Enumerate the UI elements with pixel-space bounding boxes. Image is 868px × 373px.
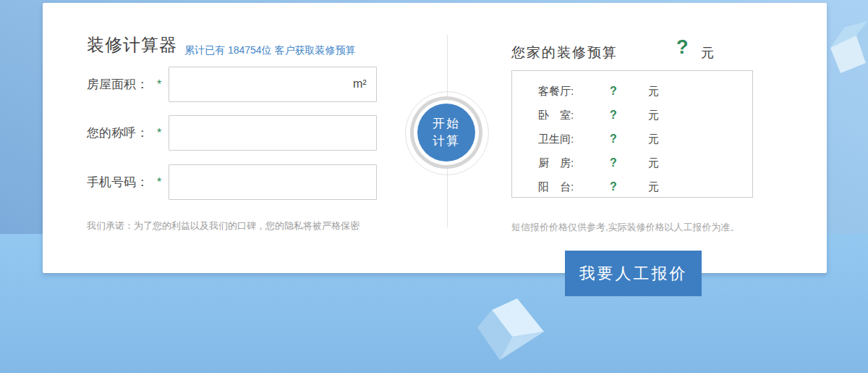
page-title: 装修计算器	[87, 33, 177, 56]
budget-table: 客餐厅: ? 元 卧 室: ? 元 卫生间: ? 元 厨 房: ? 元 阳 台:	[511, 70, 753, 198]
phone-input[interactable]	[169, 164, 377, 200]
budget-total-question-mark: ?	[676, 36, 689, 59]
privacy-note: 我们承诺：为了您的利益以及我们的口碑，您的隐私将被严格保密	[87, 219, 359, 232]
name-field-label: 您的称呼：	[87, 115, 148, 151]
budget-row-bathroom: 卫生间: ? 元	[512, 128, 752, 152]
budget-row-bedroom: 卧 室: ? 元	[512, 104, 752, 128]
start-calculation-button[interactable]: 开始 计算	[417, 104, 475, 162]
required-asterisk: *	[157, 67, 161, 102]
phone-field-row: 手机号码： *	[87, 164, 391, 200]
area-unit-label: m²	[353, 67, 367, 101]
quote-disclaimer-note: 短信报价价格仅供参考,实际装修价格以人工报价为准。	[511, 221, 740, 234]
budget-row-question-mark: ?	[606, 80, 621, 102]
budget-title: 您家的装修预算	[511, 43, 618, 62]
name-field-row: 您的称呼： *	[87, 115, 391, 151]
budget-row-question-mark: ?	[606, 176, 621, 198]
start-button-line1: 开始	[433, 115, 460, 133]
manual-quote-button[interactable]: 我要人工报价	[565, 251, 702, 296]
budget-total-unit: 元	[701, 44, 714, 62]
budget-row-label: 卫生间:	[538, 128, 574, 150]
budget-row-unit: 元	[648, 128, 659, 150]
required-asterisk: *	[157, 115, 161, 151]
calculator-card: 装修计算器 累计已有 184754位 客户获取装修预算 房屋面积： * m² 您…	[43, 3, 827, 273]
budget-row-kitchen: 厨 房: ? 元	[512, 152, 752, 176]
budget-row-unit: 元	[648, 152, 659, 174]
customer-count-text: 累计已有 184754位 客户获取装修预算	[184, 44, 356, 57]
budget-row-question-mark: ?	[606, 104, 621, 126]
budget-row-label: 卧 室:	[538, 104, 574, 126]
budget-row-unit: 元	[648, 176, 659, 198]
budget-row-label: 厨 房:	[538, 152, 574, 174]
budget-row-unit: 元	[648, 80, 659, 102]
area-field-label: 房屋面积：	[87, 67, 148, 102]
required-asterisk: *	[157, 164, 161, 200]
area-input[interactable]	[169, 67, 377, 102]
budget-row-label: 客餐厅:	[538, 80, 574, 102]
budget-row-question-mark: ?	[606, 128, 621, 150]
page-background: 装修计算器 累计已有 184754位 客户获取装修预算 房屋面积： * m² 您…	[0, 0, 868, 373]
budget-row-label: 阳 台:	[538, 176, 574, 198]
area-field-row: 房屋面积： * m²	[87, 67, 391, 102]
budget-row-question-mark: ?	[606, 152, 621, 174]
budget-row-balcony: 阳 台: ? 元	[512, 176, 752, 200]
budget-row-unit: 元	[648, 104, 659, 126]
start-button-line2: 计算	[433, 133, 460, 150]
name-input[interactable]	[169, 115, 377, 151]
phone-field-label: 手机号码：	[87, 164, 148, 200]
budget-row-living-dining: 客餐厅: ? 元	[512, 80, 752, 104]
